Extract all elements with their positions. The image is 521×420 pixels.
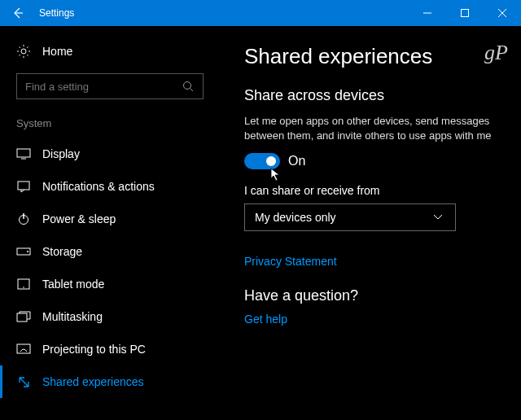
power-icon [16,212,31,226]
share-toggle[interactable] [244,153,280,169]
main-panel: gP Shared experiences Share across devic… [220,26,521,420]
close-button[interactable] [484,0,521,26]
select-value: My devices only [255,211,336,224]
gear-icon [16,44,31,59]
sidebar-item-label: Display [42,147,80,160]
svg-line-6 [190,89,194,92]
section-title-share: Share across devices [244,87,505,104]
question-title: Have a question? [244,287,505,304]
sidebar-item-notifications[interactable]: Notifications & actions [0,170,220,203]
projecting-icon [16,342,31,357]
maximize-button[interactable] [446,0,484,26]
sidebar-item-label: Notifications & actions [42,180,155,193]
back-button[interactable] [0,0,36,26]
svg-rect-9 [18,182,29,190]
shared-icon [16,374,31,389]
notifications-icon [16,179,31,194]
home-label: Home [42,45,72,58]
search-input[interactable] [16,73,204,99]
minimize-button[interactable] [409,0,446,26]
svg-rect-1 [462,10,469,17]
sidebar-item-label: Multitasking [42,310,103,323]
sidebar-item-label: Power & sleep [42,212,116,225]
home-button[interactable]: Home [0,37,220,65]
title-bar: Settings [0,0,521,26]
sidebar-item-power[interactable]: Power & sleep [0,203,220,235]
sidebar-item-shared-experiences[interactable]: Shared experiences [0,365,220,398]
svg-point-4 [21,49,26,54]
tablet-icon [16,277,31,291]
sidebar-item-label: Storage [42,245,82,258]
sidebar-item-projecting[interactable]: Projecting to this PC [0,333,220,365]
sidebar-item-multitasking[interactable]: Multitasking [0,300,220,333]
svg-point-15 [23,287,24,288]
group-label-system: System [0,111,220,138]
multitasking-icon [16,309,31,324]
sidebar: Home System Display Notifications & acti… [0,26,220,420]
page-title: Shared experiences [244,44,505,69]
search-icon [181,79,195,94]
cursor-icon [270,168,282,182]
section-description: Let me open apps on other devices, send … [244,114,497,143]
sidebar-item-display[interactable]: Display [0,138,220,170]
share-from-label: I can share or receive from [244,184,505,197]
chevron-down-icon [431,210,445,225]
toggle-state-label: On [288,154,305,168]
watermark: gP [484,41,508,65]
window-title: Settings [39,7,409,19]
privacy-link[interactable]: Privacy Statement [244,255,337,268]
sidebar-item-label: Projecting to this PC [42,343,146,356]
sidebar-item-label: Tablet mode [42,278,104,291]
svg-point-5 [184,82,191,90]
sidebar-item-tablet[interactable]: Tablet mode [0,268,220,300]
display-icon [16,147,31,161]
sidebar-item-label: Shared experiences [42,375,144,388]
storage-icon [16,244,31,259]
svg-rect-16 [17,313,27,322]
share-from-select[interactable]: My devices only [244,203,456,231]
svg-point-13 [27,251,28,252]
get-help-link[interactable]: Get help [244,313,505,326]
svg-rect-7 [17,149,30,157]
sidebar-item-storage[interactable]: Storage [0,235,220,268]
